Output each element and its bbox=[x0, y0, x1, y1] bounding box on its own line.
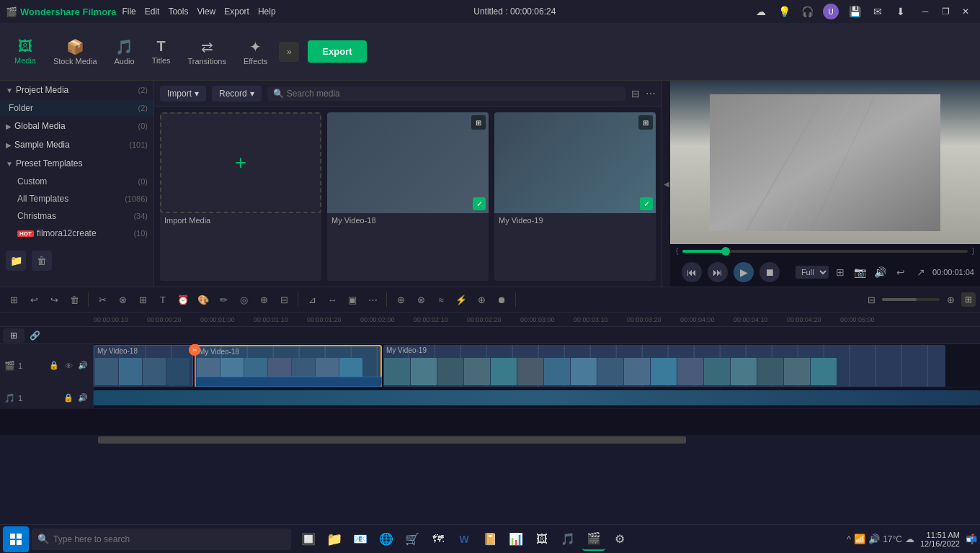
taskbar-spotify[interactable]: 🎵 bbox=[556, 528, 579, 551]
timer-button[interactable]: ⏰ bbox=[174, 290, 192, 309]
toolbar-titles[interactable]: T Titles bbox=[143, 35, 179, 68]
delete-button[interactable]: 🗑 bbox=[65, 290, 84, 309]
effect-button[interactable]: ⊕ bbox=[472, 290, 491, 309]
track-lock-btn[interactable]: 🔒 bbox=[48, 360, 60, 372]
track-vol-btn[interactable]: 🔊 bbox=[77, 360, 89, 372]
split-button[interactable]: ⊞ bbox=[133, 290, 152, 309]
record-timeline-button[interactable]: ⏺ bbox=[492, 290, 511, 309]
playhead[interactable]: ✂ bbox=[195, 344, 196, 387]
pip-icon[interactable]: ↗ bbox=[912, 264, 930, 281]
taskbar-settings-app[interactable]: ⚙ bbox=[608, 528, 631, 551]
add-folder-button[interactable]: 📁 bbox=[6, 251, 26, 271]
taskbar-onenote[interactable]: 📔 bbox=[478, 528, 502, 551]
skip-back-button[interactable]: ⏮ bbox=[682, 262, 702, 282]
redo-button[interactable]: ↪ bbox=[45, 290, 63, 309]
toolbar-effects[interactable]: ✦ Effects bbox=[235, 35, 276, 68]
timeline-scrollbar[interactable] bbox=[0, 435, 980, 442]
fullscreen-icon[interactable]: ⊞ bbox=[832, 264, 849, 281]
volume-sys-icon[interactable]: 🔊 bbox=[868, 534, 880, 544]
progress-thumb[interactable] bbox=[721, 247, 730, 256]
weather-icon[interactable]: ☁ bbox=[905, 534, 914, 544]
lightbulb-icon[interactable]: 💡 bbox=[777, 4, 791, 19]
play-button[interactable]: ▶ bbox=[734, 262, 754, 282]
media-card-video19[interactable]: ⊞ ✓ My Video-19 bbox=[494, 112, 656, 281]
snapshot-icon[interactable]: 📷 bbox=[852, 264, 869, 281]
mail-icon[interactable]: ✉ bbox=[870, 4, 885, 19]
timeline-scroll-thumb[interactable] bbox=[98, 436, 686, 444]
clip-video19[interactable]: My Video-19 bbox=[383, 345, 945, 387]
filter-button[interactable]: ⊟ bbox=[631, 88, 640, 99]
close-button[interactable]: ✕ bbox=[957, 4, 974, 19]
zoom-in-button[interactable]: ⊕ bbox=[941, 290, 960, 309]
audio-track-vol-btn[interactable]: 🔊 bbox=[77, 392, 89, 404]
sidebar-item-filmora12create[interactable]: HOT filmora12create (10) bbox=[0, 225, 153, 242]
sidebar-item-custom[interactable]: Custom (0) bbox=[0, 173, 153, 190]
pen-button[interactable]: ✏ bbox=[214, 290, 233, 309]
taskbar-explorer[interactable]: 📁 bbox=[323, 528, 346, 551]
delete-folder-button[interactable]: 🗑 bbox=[32, 251, 52, 271]
audio-stretch-button[interactable]: ≈ bbox=[432, 290, 450, 309]
crop-button[interactable]: ⊗ bbox=[113, 290, 132, 309]
menu-tools[interactable]: Tools bbox=[168, 6, 188, 17]
toolbar-audio[interactable]: 🎵 Audio bbox=[106, 35, 143, 68]
taskbar-ms-store[interactable]: 🛒 bbox=[401, 528, 424, 551]
clip-video18-first[interactable]: My Video-18 bbox=[94, 345, 193, 387]
import-button[interactable]: Import ▾ bbox=[160, 86, 206, 102]
import-media-add[interactable]: + bbox=[160, 112, 321, 213]
toolbar-transitions[interactable]: ⇄ Transitions bbox=[179, 35, 235, 68]
more-button[interactable]: ⋯ bbox=[646, 88, 656, 99]
headphone-icon[interactable]: 🎧 bbox=[800, 4, 814, 19]
panel-collapse-button[interactable]: ◀ bbox=[662, 81, 670, 287]
arrange-button[interactable]: ↔ bbox=[323, 290, 342, 309]
scissors-button[interactable]: ✂ bbox=[93, 290, 112, 309]
cloud-icon[interactable]: ☁ bbox=[754, 4, 768, 19]
render-icon[interactable]: ↩ bbox=[892, 264, 909, 281]
zoom-out-button[interactable]: ⊟ bbox=[862, 290, 881, 309]
track-eye-btn[interactable]: 👁 bbox=[63, 360, 74, 372]
taskbar-datetime[interactable]: 11:51 AM 12/16/2022 bbox=[920, 531, 960, 548]
record-button[interactable]: Record ▾ bbox=[212, 86, 262, 102]
tray-expand-icon[interactable]: ^ bbox=[847, 534, 851, 544]
menu-help[interactable]: Help bbox=[258, 6, 276, 17]
color-button[interactable]: 🎨 bbox=[194, 290, 213, 309]
mask-button[interactable]: ▣ bbox=[343, 290, 362, 309]
add-track-button[interactable]: ⊞ bbox=[961, 292, 976, 307]
taskbar-maps[interactable]: 🗺 bbox=[427, 528, 450, 551]
search-input[interactable] bbox=[287, 89, 620, 99]
sidebar-item-christmas[interactable]: Christmas (34) bbox=[0, 207, 153, 225]
undo-button[interactable]: ↩ bbox=[24, 290, 43, 309]
stop-button[interactable]: ⏹ bbox=[760, 262, 780, 282]
taskbar-filmora-active[interactable]: 🎬 bbox=[582, 528, 605, 551]
link-icon[interactable]: 🔗 bbox=[27, 328, 42, 343]
taskbar-photos[interactable]: 🖼 bbox=[530, 528, 553, 551]
media-card-video18[interactable]: ⊞ ✓ My Video-18 bbox=[327, 112, 489, 281]
taskbar-task-view[interactable]: 🔲 bbox=[297, 528, 320, 551]
menu-export[interactable]: Export bbox=[224, 6, 249, 17]
sidebar-group-sample-media[interactable]: ▶ Sample Media (101) bbox=[0, 135, 153, 154]
volume-icon[interactable]: 🔊 bbox=[872, 264, 889, 281]
remove-button[interactable]: ⊟ bbox=[275, 290, 293, 309]
avatar[interactable]: U bbox=[823, 4, 839, 19]
scene-button[interactable]: ⊞ bbox=[4, 290, 23, 309]
taskbar-edge[interactable]: 🌐 bbox=[375, 528, 398, 551]
audio-track-lock-btn[interactable]: 🔒 bbox=[63, 392, 74, 404]
more-edit-button[interactable]: ⋯ bbox=[363, 290, 382, 309]
snap-button[interactable]: ⊕ bbox=[391, 290, 410, 309]
sidebar-group-preset-templates[interactable]: ▼ Preset Templates bbox=[0, 154, 153, 173]
ai-button[interactable]: ⚡ bbox=[452, 290, 471, 309]
menu-edit[interactable]: Edit bbox=[145, 6, 160, 17]
sidebar-group-global-media[interactable]: ▶ Global Media (0) bbox=[0, 117, 153, 135]
taskbar-word[interactable]: W bbox=[453, 528, 476, 551]
minimize-button[interactable]: ─ bbox=[917, 4, 934, 19]
import-media-card[interactable]: + Import Media bbox=[160, 112, 321, 281]
text-button[interactable]: T bbox=[153, 290, 172, 309]
taskbar-search-input[interactable] bbox=[53, 534, 285, 544]
save-icon[interactable]: 💾 bbox=[847, 4, 862, 19]
zoom-slider[interactable] bbox=[882, 298, 940, 301]
notification-icon[interactable]: 📬 bbox=[966, 534, 977, 544]
start-button[interactable] bbox=[3, 526, 29, 552]
taskbar-mail[interactable]: 📧 bbox=[349, 528, 372, 551]
sidebar-item-folder[interactable]: Folder (2) bbox=[0, 99, 153, 117]
ripple-button[interactable]: ⊗ bbox=[411, 290, 430, 309]
scale-button[interactable]: ⊿ bbox=[303, 290, 321, 309]
